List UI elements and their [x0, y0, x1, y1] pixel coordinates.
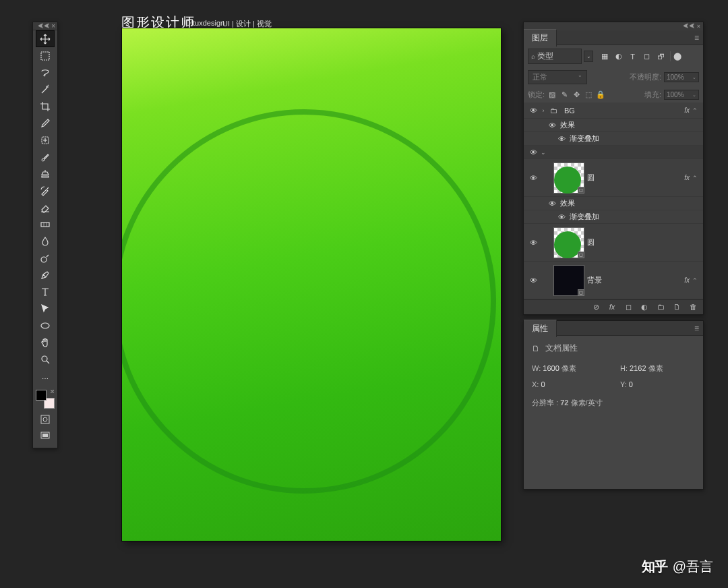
lasso-tool[interactable]: [36, 64, 55, 81]
layer-selected-header[interactable]: 👁 ⌄: [524, 146, 703, 159]
quickmask-toggle[interactable]: [38, 413, 53, 426]
fx-badge[interactable]: fx: [684, 276, 690, 284]
layer-name: 圆: [584, 237, 699, 247]
lock-artboard-icon[interactable]: ⬚: [584, 90, 593, 99]
chevron-down-icon: ⌄: [692, 92, 696, 98]
visibility-icon[interactable]: 👁: [528, 239, 539, 247]
svg-rect-2: [41, 223, 49, 227]
layer-gradient-overlay[interactable]: 👁 渐变叠加: [524, 132, 703, 146]
layer-effects-row[interactable]: 👁 效果: [524, 119, 703, 132]
layer-circle-1[interactable]: 👁 ◻ 圆 fx ⌃: [524, 159, 703, 197]
visibility-icon[interactable]: 👁: [528, 107, 539, 115]
svg-point-3: [41, 257, 47, 262]
opacity-field[interactable]: 100% ⌄: [664, 72, 699, 82]
height-field: H: 2162 像素: [620, 363, 695, 374]
hand-tool[interactable]: [36, 334, 55, 351]
lock-pixels-icon[interactable]: ✎: [559, 90, 569, 99]
clone-stamp-tool[interactable]: [36, 165, 55, 182]
visibility-icon[interactable]: 👁: [556, 135, 567, 143]
x-field: X: 0: [532, 380, 607, 388]
close-icon[interactable]: ×: [697, 23, 700, 30]
collapse-icon[interactable]: ⮜⮜: [683, 23, 695, 30]
delete-layer-icon[interactable]: 🗑: [688, 303, 698, 312]
layer-style-icon[interactable]: fx: [607, 303, 617, 312]
panel-menu-icon[interactable]: ≡: [690, 33, 703, 42]
tab-layers[interactable]: 图层: [524, 29, 557, 47]
zoom-tool[interactable]: [36, 351, 55, 368]
blend-mode-value: 正常: [533, 72, 547, 82]
lock-all-icon[interactable]: 🔒: [596, 90, 605, 99]
filter-toggle-icon[interactable]: ⬤: [670, 51, 680, 61]
filter-dropdown-icon[interactable]: ⌄: [584, 51, 593, 62]
link-layers-icon[interactable]: ⊘: [591, 303, 601, 312]
canvas[interactable]: [122, 28, 501, 541]
visibility-icon[interactable]: 👁: [556, 213, 567, 221]
doc-label: 文档属性: [545, 343, 578, 354]
lock-position-icon[interactable]: ✥: [572, 90, 581, 99]
magic-wand-tool[interactable]: [36, 81, 55, 98]
fill-field[interactable]: 100% ⌄: [664, 90, 699, 100]
layer-background[interactable]: 👁 ◻ 背景 fx ⌃: [524, 262, 703, 299]
ellipsis-icon[interactable]: ⋯: [36, 370, 55, 387]
chevron-up-icon[interactable]: ⌃: [691, 175, 699, 181]
chevron-up-icon[interactable]: ⌃: [691, 107, 699, 114]
brush-tool[interactable]: [36, 148, 55, 165]
panel-menu-icon[interactable]: ≡: [690, 324, 703, 333]
filter-label: 类型: [537, 51, 553, 62]
close-icon[interactable]: ×: [51, 22, 55, 30]
path-selection-tool[interactable]: [36, 300, 55, 317]
fx-badge[interactable]: fx: [684, 174, 690, 181]
lock-transparent-icon[interactable]: ▨: [547, 90, 557, 99]
filter-type-icon[interactable]: T: [628, 51, 638, 61]
filter-shape-icon[interactable]: ◻: [642, 51, 652, 61]
history-brush-tool[interactable]: [36, 182, 55, 199]
move-tool[interactable]: [36, 30, 55, 47]
tab-properties[interactable]: 属性: [524, 320, 557, 337]
fx-badge[interactable]: fx: [684, 107, 690, 114]
spot-heal-tool[interactable]: [36, 131, 55, 148]
filter-smart-icon[interactable]: 🗗: [656, 51, 666, 61]
eraser-tool[interactable]: [36, 199, 55, 216]
adjustment-layer-icon[interactable]: ◐: [640, 303, 649, 312]
visibility-icon[interactable]: 👁: [528, 174, 539, 182]
ellipse-tool[interactable]: [36, 317, 55, 334]
gradient-tool[interactable]: [36, 216, 55, 233]
swap-colors-icon[interactable]: ⤭: [50, 388, 55, 394]
layer-mask-icon[interactable]: ◻: [624, 303, 633, 312]
expand-icon[interactable]: ⌄: [539, 149, 548, 156]
layer-gradient-overlay[interactable]: 👁 渐变叠加: [524, 210, 703, 224]
filter-type-select[interactable]: ⌕ 类型: [528, 49, 582, 64]
pen-tool[interactable]: [36, 266, 55, 283]
filter-pixel-icon[interactable]: ▦: [599, 51, 609, 61]
blend-mode-select[interactable]: 正常 ⌄: [528, 70, 587, 84]
svg-rect-9: [42, 434, 48, 437]
foreground-color-swatch[interactable]: [36, 390, 47, 401]
visibility-icon[interactable]: 👁: [547, 200, 557, 208]
visibility-icon[interactable]: 👁: [547, 121, 557, 129]
new-layer-icon[interactable]: 🗋: [672, 303, 681, 312]
collapse-icon[interactable]: ⮜⮜: [38, 23, 50, 30]
search-icon: ⌕: [531, 53, 535, 60]
blur-tool[interactable]: [36, 233, 55, 249]
dodge-tool[interactable]: [36, 249, 55, 266]
visibility-icon[interactable]: 👁: [528, 276, 539, 285]
marquee-tool[interactable]: [36, 47, 55, 64]
layer-circle-2[interactable]: 👁 ◻ 圆: [524, 224, 703, 262]
watermark: 知乎 @吾言: [642, 558, 713, 576]
layer-group-bg[interactable]: 👁 › 🗀 BG fx ⌃: [524, 102, 703, 119]
layer-effects-row[interactable]: 👁 效果: [524, 197, 703, 210]
expand-icon[interactable]: ›: [539, 107, 548, 114]
folder-icon: 🗀: [550, 107, 559, 115]
new-group-icon[interactable]: 🗀: [656, 303, 665, 312]
layer-name: 圆: [584, 173, 684, 183]
crop-tool[interactable]: [36, 98, 55, 115]
type-tool[interactable]: [36, 283, 55, 300]
screenmode-toggle[interactable]: [38, 429, 53, 442]
filter-adjust-icon[interactable]: ◐: [613, 51, 624, 61]
eyedropper-tool[interactable]: [36, 115, 55, 131]
chevron-up-icon[interactable]: ⌃: [691, 277, 699, 284]
visibility-icon[interactable]: 👁: [528, 148, 539, 156]
color-swatches[interactable]: ⤭: [36, 390, 55, 409]
shape-badge-icon: ◻: [578, 252, 584, 258]
toolbox: ⮜⮜ × ⋯ ⤭: [32, 22, 58, 448]
